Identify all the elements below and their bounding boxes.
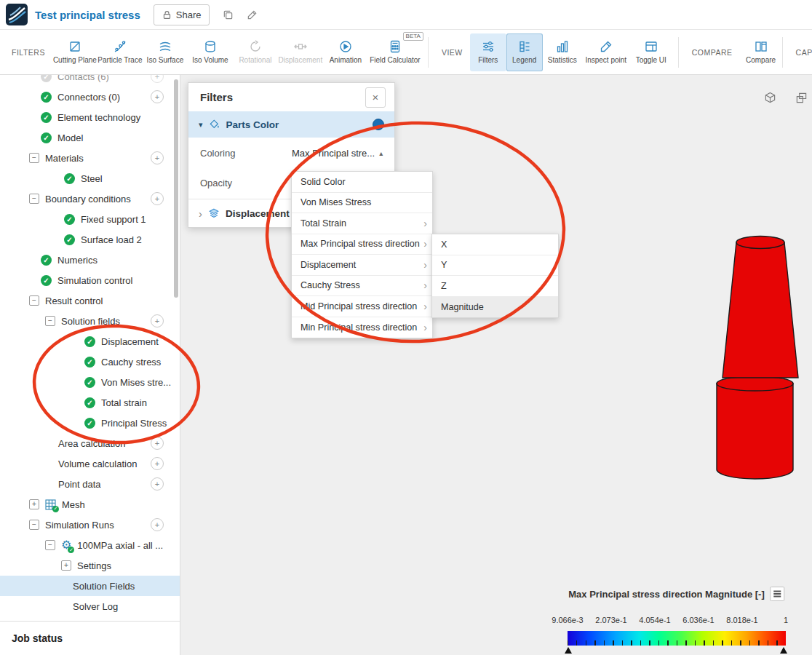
expand-icon[interactable]: + bbox=[61, 560, 71, 571]
tree-item-numerics[interactable]: ✓ Numerics bbox=[0, 250, 180, 270]
tree-item-contacts[interactable]: ✓ Contacts (6) + bbox=[0, 75, 180, 87]
tree-item-point-data[interactable]: Point data + bbox=[0, 474, 180, 494]
tool-inspect-point[interactable]: Inspect point bbox=[582, 33, 630, 71]
tree-item-boundary-conditions[interactable]: − Boundary conditions + bbox=[0, 188, 180, 209]
tree-item-run-settings[interactable]: + Settings bbox=[0, 555, 180, 576]
tool-toggle-ui[interactable]: Toggle UI bbox=[630, 33, 672, 71]
tool-rotational[interactable]: Rotational bbox=[233, 33, 278, 71]
menu-item-solid-color[interactable]: Solid Color bbox=[292, 172, 432, 193]
collapse-icon[interactable]: − bbox=[29, 295, 39, 306]
menu-item-label: Magnitude bbox=[441, 302, 484, 312]
share-button[interactable]: Share bbox=[154, 4, 210, 25]
menu-item-von-mises-stress[interactable]: Von Mises Stress bbox=[292, 193, 432, 214]
add-button[interactable]: + bbox=[151, 477, 164, 491]
collapse-icon[interactable]: − bbox=[29, 153, 39, 163]
tool-field-calculator[interactable]: BETA Field Calculator bbox=[368, 33, 422, 71]
add-button[interactable]: + bbox=[151, 151, 164, 164]
tree-item-fixed-support-1[interactable]: ✓ Fixed support 1 bbox=[0, 209, 180, 229]
tool-displacement[interactable]: Displacement bbox=[278, 33, 323, 71]
check-icon: ✓ bbox=[84, 377, 95, 388]
tree-item-model[interactable]: ✓ Model bbox=[0, 127, 180, 148]
tool-particle-trace[interactable]: Particle Trace bbox=[97, 33, 143, 71]
tree-item-von-mises-stress[interactable]: ✓ Von Mises stre... bbox=[0, 372, 180, 392]
add-button[interactable]: + bbox=[151, 314, 164, 328]
add-button[interactable]: + bbox=[151, 457, 164, 470]
legend-menu-button[interactable] bbox=[771, 587, 785, 601]
tree-item-simulation-runs[interactable]: − Simulation Runs + bbox=[0, 515, 180, 535]
tool-compare[interactable]: Compare bbox=[740, 33, 782, 71]
tool-iso-volume[interactable]: Iso Volume bbox=[188, 33, 233, 71]
legend-gradient-bar[interactable] bbox=[568, 631, 786, 646]
collapse-icon[interactable]: − bbox=[45, 316, 55, 326]
submenu-item-z[interactable]: Z bbox=[432, 276, 558, 297]
check-icon: ✓ bbox=[64, 173, 75, 184]
duplicate-icon[interactable] bbox=[223, 9, 234, 20]
close-icon[interactable]: × bbox=[365, 87, 386, 108]
menu-item-cauchy-stress[interactable]: Cauchy Stress › bbox=[292, 276, 432, 297]
menu-item-total-strain[interactable]: Total Strain › bbox=[292, 213, 432, 234]
collapse-icon[interactable]: − bbox=[29, 520, 39, 530]
job-status-bar[interactable]: Job status bbox=[0, 621, 180, 655]
menu-item-displacement[interactable]: Displacement › bbox=[292, 255, 432, 276]
tree-item-mesh[interactable]: + ✓ Mesh bbox=[0, 494, 180, 515]
menu-item-max-principal-stress-direction[interactable]: Max Principal stress direction › bbox=[292, 234, 432, 255]
tree-item-principal-stress[interactable]: ✓ Principal Stress bbox=[0, 413, 180, 433]
add-button[interactable]: + bbox=[151, 75, 164, 83]
tool-animation[interactable]: Animation bbox=[323, 33, 368, 71]
tree-item-materials[interactable]: − Materials + bbox=[0, 148, 180, 168]
tree-item-solver-log[interactable]: Solver Log bbox=[0, 596, 180, 616]
chevron-right-icon: › bbox=[199, 207, 202, 220]
tool-cutting-plane[interactable]: Cutting Plane bbox=[52, 33, 97, 71]
tree-item-surface-load-2[interactable]: ✓ Surface load 2 bbox=[0, 229, 180, 250]
check-icon: ✓ bbox=[41, 275, 52, 286]
legend-min-marker[interactable] bbox=[565, 647, 572, 654]
view-section-label: VIEW bbox=[442, 48, 463, 57]
submenu-item-magnitude[interactable]: Magnitude bbox=[432, 297, 558, 318]
tool-legend[interactable]: Legend bbox=[506, 33, 543, 71]
parts-color-section-header[interactable]: ▾ Parts Color bbox=[188, 111, 394, 138]
tool-statistics[interactable]: Statistics bbox=[543, 33, 582, 71]
tree-scrollbar[interactable] bbox=[174, 79, 178, 298]
tree-item-area-calculation[interactable]: Area calculation + bbox=[0, 433, 180, 453]
color-indicator-dot[interactable] bbox=[373, 119, 384, 130]
collapse-icon[interactable]: − bbox=[45, 540, 55, 550]
tree-item-cauchy-stress[interactable]: ✓ Cauchy stress bbox=[0, 352, 180, 372]
check-badge-icon: ✓ bbox=[68, 547, 74, 553]
add-button[interactable]: + bbox=[151, 518, 164, 531]
menu-item-mid-principal-stress-direction[interactable]: Mid Principal stress direction › bbox=[292, 296, 432, 317]
mesh-icon: ✓ bbox=[45, 499, 56, 510]
legend-max-marker[interactable] bbox=[780, 647, 787, 654]
tree-item-solution-fields[interactable]: − Solution fields + bbox=[0, 311, 180, 331]
add-button[interactable]: + bbox=[151, 192, 164, 205]
top-header-bar: Test principal stress Share bbox=[0, 0, 812, 30]
collapse-icon[interactable]: − bbox=[29, 194, 39, 204]
expand-icon[interactable]: + bbox=[29, 499, 39, 509]
coloring-select[interactable]: Max Principal stre... ▴ bbox=[292, 148, 383, 159]
menu-item-label: Max Principal stress direction bbox=[300, 239, 420, 249]
tool-filters[interactable]: Filters bbox=[470, 33, 506, 71]
edit-pencil-icon[interactable] bbox=[247, 9, 258, 20]
tree-item-steel[interactable]: ✓ Steel bbox=[0, 168, 180, 188]
tree-item-element-technology[interactable]: ✓ Element technology bbox=[0, 107, 180, 127]
tree-item-volume-calculation[interactable]: Volume calculation + bbox=[0, 453, 180, 474]
add-button[interactable]: + bbox=[151, 437, 164, 450]
tree-item-displacement[interactable]: ✓ Displacement bbox=[0, 331, 180, 352]
tree-item-run-solution-fields[interactable]: Solution Fields bbox=[0, 576, 180, 596]
submenu-item-y[interactable]: Y bbox=[432, 255, 558, 277]
simulation-tree: ✓ Contacts (6) + ✓ Connectors (0) + ✓ El… bbox=[0, 75, 180, 621]
tree-item-run-100mpa-axial[interactable]: − ⚙✓ 100MPa axial - all ... bbox=[0, 535, 180, 555]
submenu-item-x[interactable]: X bbox=[432, 234, 558, 255]
add-button[interactable]: + bbox=[151, 90, 164, 103]
menu-item-min-principal-stress-direction[interactable]: Min Principal stress direction › bbox=[292, 317, 432, 338]
tree-item-label: Materials bbox=[45, 153, 84, 164]
menu-item-label: Von Mises Stress bbox=[300, 197, 371, 207]
coloring-dropdown-menu: Solid Color Von Mises Stress Total Strai… bbox=[291, 171, 433, 338]
tool-iso-surface[interactable]: Iso Surface bbox=[143, 33, 188, 71]
check-icon: ✓ bbox=[84, 357, 95, 368]
tree-item-simulation-control[interactable]: ✓ Simulation control bbox=[0, 270, 180, 290]
tree-item-total-strain[interactable]: ✓ Total strain bbox=[0, 392, 180, 413]
compare-section-label: COMPARE bbox=[692, 48, 733, 57]
tree-item-result-control[interactable]: − Result control bbox=[0, 290, 180, 311]
tree-item-connectors[interactable]: ✓ Connectors (0) + bbox=[0, 87, 180, 107]
tool-label: Cutting Plane bbox=[53, 56, 97, 64]
